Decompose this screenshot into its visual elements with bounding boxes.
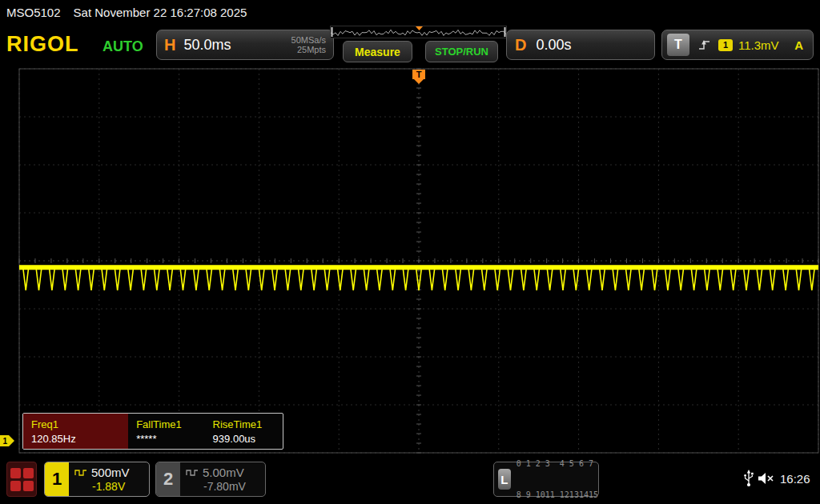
svg-text:T: T — [416, 70, 422, 79]
horizontal-settings[interactable]: H 50.0ms 50MSa/s 25Mpts — [156, 30, 334, 60]
memory-depth: 25Mpts — [291, 45, 326, 54]
measurement-freq1[interactable]: Freq1 120.85Hz — [23, 414, 128, 449]
la-channels-row2: 8 9 1011 12131415 — [517, 490, 598, 500]
trigger-settings[interactable]: T 1 11.3mV A — [661, 30, 814, 60]
trigger-position-marker[interactable]: T — [412, 70, 425, 84]
overview-waveform — [331, 26, 506, 38]
menu-grid-icon — [10, 468, 21, 478]
overview-position-marker — [416, 26, 423, 30]
measurement-value: ***** — [136, 432, 204, 446]
display-area: T1 Freq1 120.85Hz FallTime1 ***** RiseTi… — [0, 66, 820, 458]
coupling-icon — [74, 469, 87, 477]
measurement-falltime1[interactable]: FallTime1 ***** — [128, 414, 204, 449]
timebase-value: 50.0ms — [183, 37, 231, 54]
measurement-name: Freq1 — [31, 417, 128, 432]
stop-run-button[interactable]: STOP/RUN — [425, 41, 498, 62]
channel1-control[interactable]: 1 500mV -1.88V — [44, 462, 150, 497]
channel2-offset: -7.80mV — [186, 480, 265, 493]
graticule: T1 — [0, 66, 820, 458]
logic-analyzer-control[interactable]: L 0 1 2 3 4 5 6 7 8 9 1011 12131415 — [493, 462, 599, 497]
menu-grid-icon — [23, 481, 34, 491]
status-bar: MSO5102 Sat November 22 16:27:08 2025 — [0, 0, 820, 24]
measurement-panel[interactable]: Freq1 120.85Hz FallTime1 ***** RiseTime1… — [22, 413, 283, 450]
channel1-scale: 500mV — [91, 466, 130, 479]
rigol-logo: RIGOL — [6, 32, 79, 57]
channel2-scale: 5.00mV — [203, 466, 244, 479]
menu-grid-icon — [23, 468, 34, 478]
channel2-control[interactable]: 2 5.00mV -7.80mV — [155, 462, 266, 497]
trigger-level-value: 11.3mV — [738, 38, 779, 52]
la-label: L — [498, 469, 511, 490]
edge-trigger-icon — [697, 38, 712, 51]
trigger-sweep-mode: A — [794, 38, 803, 52]
horizontal-label: H — [164, 36, 175, 54]
trigger-status-auto: AUTO — [102, 38, 143, 55]
measurement-risetime1[interactable]: RiseTime1 939.00us — [205, 414, 283, 449]
datetime: Sat November 22 16:27:08 2025 — [74, 6, 247, 19]
trigger-label: T — [667, 34, 689, 56]
measure-button[interactable]: Measure — [343, 41, 412, 62]
acquisition-rates: 50MSa/s 25Mpts — [291, 35, 326, 54]
measurement-name: FallTime1 — [136, 417, 204, 432]
la-channels-row1: 0 1 2 3 4 5 6 7 — [517, 458, 598, 469]
channel1-number: 1 — [45, 462, 69, 496]
measurement-value: 120.85Hz — [31, 432, 128, 446]
coupling-icon — [186, 469, 199, 477]
clock: 16:26 — [780, 472, 810, 486]
svg-text:1: 1 — [3, 437, 8, 446]
trigger-source-chip: 1 — [718, 39, 733, 51]
menu-grid-icon — [10, 481, 21, 491]
delay-value: 0.00s — [536, 37, 571, 54]
model-name: MSO5102 — [6, 6, 61, 19]
delay-label: D — [515, 36, 526, 54]
delay-settings[interactable]: D 0.00s — [506, 30, 655, 60]
usb-icon — [743, 469, 754, 488]
channel1-offset: -1.88V — [74, 480, 149, 493]
channel2-number: 2 — [156, 462, 180, 496]
sound-muted-icon[interactable] — [758, 471, 775, 486]
memory-waveform-overview[interactable] — [330, 26, 507, 38]
ch1-ground-marker[interactable]: 1 — [0, 435, 14, 446]
measurement-name: RiseTime1 — [213, 417, 283, 432]
measurement-value: 939.00us — [213, 432, 283, 446]
header-bar: RIGOL AUTO H 50.0ms 50MSa/s 25Mpts Measu… — [0, 24, 820, 66]
bottom-bar: 1 500mV -1.88V 2 5.00mV -7.80mV L — [0, 458, 820, 504]
sample-rate: 50MSa/s — [291, 35, 326, 45]
menu-button[interactable] — [6, 462, 37, 497]
